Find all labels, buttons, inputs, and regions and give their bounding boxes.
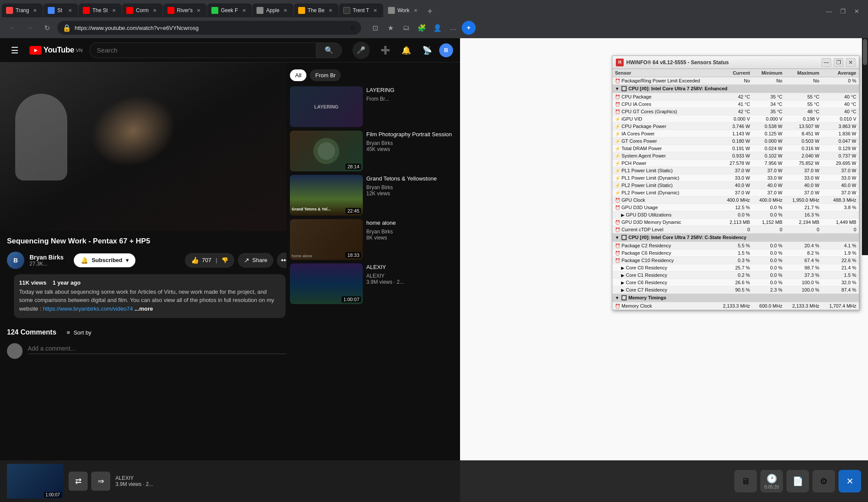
sensor-name: ⏰GPU D3D Memory Dynamic <box>612 219 716 226</box>
hwinfo-close[interactable]: ✕ <box>846 58 855 67</box>
extensions-icon[interactable]: 🧩 <box>415 21 429 35</box>
taskbar-file-button[interactable]: 📄 <box>786 470 809 492</box>
like-count: 707 <box>202 257 211 263</box>
section-header-memory[interactable]: ▼🔲 Memory Timings <box>612 294 859 302</box>
yt-scrollbar[interactable] <box>862 38 868 255</box>
tab-close[interactable]: ✕ <box>195 7 202 14</box>
hwinfo-maximize[interactable]: ❐ <box>834 58 843 67</box>
forward-button[interactable]: → <box>23 21 36 35</box>
taskbar-settings-button[interactable]: ⚙ <box>812 470 835 492</box>
taskbar-prev-button[interactable]: ⇄ <box>69 472 88 491</box>
description-link[interactable]: https://www.bryanbirks.com/video74 <box>43 305 133 312</box>
sensor-name: ⏰CPU GT Cores (Graphics) <box>612 108 716 115</box>
taskbar-display-button[interactable]: 🖥 <box>734 470 757 492</box>
user-avatar[interactable]: B <box>439 43 453 57</box>
taskbar-close-button[interactable]: ✕ <box>838 470 861 492</box>
copilot-button[interactable]: ✦ <box>462 21 476 35</box>
collapse-icon[interactable]: ▼ <box>615 86 619 91</box>
back-button[interactable]: ← <box>5 21 19 35</box>
hwinfo-minimize[interactable]: — <box>822 58 831 67</box>
comment-input[interactable] <box>28 343 286 354</box>
chip-all[interactable]: All <box>290 69 306 81</box>
new-tab-button[interactable]: + <box>424 5 436 17</box>
account-icon[interactable]: 👤 <box>431 21 444 35</box>
yt-main-content: Sequencing New Work - Pentax 67 + HP5 B … <box>0 62 286 367</box>
collections-icon[interactable]: 🗂 <box>399 21 413 35</box>
tab-trang[interactable]: Trang ✕ <box>2 3 43 17</box>
sidebar-video-4[interactable]: home alone 18:33 home alone Bryan Birks … <box>290 219 457 260</box>
tab-rivers[interactable]: River's ✕ <box>163 3 207 17</box>
sidebar-video-3[interactable]: Grand Tetons & Yel... 22:45 Grand Tetons… <box>290 175 457 216</box>
tab-close[interactable]: ✕ <box>327 7 334 14</box>
table-row: ⏰Package/Ring Power Limit Exceeded No No… <box>612 77 859 85</box>
video-player[interactable] <box>0 62 286 231</box>
sensor-name: ⏰Memory Clock <box>612 302 716 310</box>
yt-logo-suffix: VN <box>76 48 82 53</box>
split-screen-icon[interactable]: ⊡ <box>368 21 382 35</box>
tab-the-st[interactable]: The St ✕ <box>79 3 122 17</box>
minimize-button[interactable]: — <box>823 5 835 17</box>
cast-button[interactable]: 📡 <box>418 42 436 59</box>
tab-apple[interactable]: Apple ✕ <box>252 3 293 17</box>
subscribe-button[interactable]: 🔔 Subscribed ▾ <box>74 253 135 267</box>
sidebar-video-1[interactable]: LAYERING LAYERING From Br... <box>290 86 457 127</box>
sv-channel-4: Bryan Birks <box>366 229 457 235</box>
more-actions-button[interactable]: ••• <box>277 253 286 268</box>
create-button[interactable]: ➕ <box>377 42 394 59</box>
tab-close[interactable]: ✕ <box>372 7 379 14</box>
tab-geek[interactable]: Geek F ✕ <box>207 3 252 17</box>
channel-avatar[interactable]: B <box>7 252 24 269</box>
chip-from-br[interactable]: From Br <box>310 69 341 81</box>
scrollbar-thumb[interactable] <box>863 39 867 65</box>
tab-close[interactable]: ✕ <box>151 7 158 14</box>
hwinfo-scroll-area[interactable]: Sensor Current Minimum Maximum Average ⏰… <box>612 69 859 310</box>
hwinfo-table: Sensor Current Minimum Maximum Average ⏰… <box>612 69 859 310</box>
hamburger-menu[interactable]: ☰ <box>7 43 23 58</box>
yt-logo[interactable]: YouTube VN <box>30 46 82 55</box>
reload-button[interactable]: ↻ <box>40 21 54 35</box>
show-more-button[interactable]: ...more <box>135 305 153 312</box>
tab-label: River's <box>177 7 193 13</box>
address-text: https://www.youtube.com/watch?v=e6VYNcwr… <box>75 25 346 31</box>
sidebar-video-5[interactable]: 1:00:07 ALEXIY ALEXIY 3.9M views · 2... <box>290 263 457 304</box>
tab-close[interactable]: ✕ <box>32 7 39 14</box>
like-button[interactable]: 👍 707 | 👎 <box>185 253 234 268</box>
table-row: ⚡PL1 Power Limit (Dynamic)33.0 W33.0 W33… <box>612 174 859 182</box>
taskbar-next-button[interactable]: ⇒ <box>91 472 110 491</box>
sensor-name: ▶Core C7 Residency <box>612 286 716 294</box>
more-tools-icon[interactable]: … <box>446 21 460 35</box>
collapse-icon[interactable]: ▼ <box>615 295 619 300</box>
sort-button[interactable]: ≡ Sort by <box>67 329 92 336</box>
search-input[interactable] <box>89 43 316 58</box>
tab-trent[interactable]: Trent T ✕ <box>339 3 383 17</box>
section-header-enhanced[interactable]: ▼🔲 CPU [#0]: Intel Core Ultra 7 258V: En… <box>612 85 859 93</box>
collapse-icon[interactable]: ▼ <box>615 235 619 240</box>
notifications-button[interactable]: 🔔 <box>398 42 415 59</box>
maximize-button[interactable]: ❐ <box>837 5 849 17</box>
tab-close[interactable]: ✕ <box>282 7 289 14</box>
tab-favicon <box>388 7 395 14</box>
voice-search-button[interactable]: 🎤 <box>352 42 370 59</box>
tab-corm[interactable]: Corm ✕ <box>122 3 162 17</box>
tab-st[interactable]: St ✕ <box>43 3 78 17</box>
sensor-name: ⏰CPU IA Cores <box>612 101 716 108</box>
search-button[interactable]: 🔍 <box>316 43 342 58</box>
address-bar[interactable]: 🔒 https://www.youtube.com/watch?v=e6VYNc… <box>57 21 361 35</box>
channel-name[interactable]: Bryan Birks <box>30 254 69 261</box>
share-button[interactable]: ↗ Share <box>238 253 273 268</box>
taskbar-video-thumbnail[interactable]: 1:00:07 <box>7 464 63 499</box>
tab-the-be[interactable]: The Be ✕ <box>294 3 339 17</box>
tab-close[interactable]: ✕ <box>110 7 117 14</box>
sidebar-video-2[interactable]: 28:14 Film Photography Portrait Session … <box>290 131 457 171</box>
tab-close[interactable]: ✕ <box>67 7 74 14</box>
yt-content: Sequencing New Work - Pentax 67 + HP5 B … <box>0 62 460 502</box>
taskbar-video-info: ALEXIY 3.9M views · 2... <box>115 475 153 487</box>
tab-close[interactable]: ✕ <box>412 7 419 14</box>
close-button[interactable]: ✕ <box>851 5 863 17</box>
tab-close[interactable]: ✕ <box>240 7 247 14</box>
taskbar-clock-button[interactable]: 🕐 0:05:20 <box>760 470 783 492</box>
bookmark-icon[interactable]: ☆ <box>350 24 356 32</box>
favorites-icon[interactable]: ★ <box>384 21 398 35</box>
tab-work[interactable]: Work ✕ <box>384 3 424 17</box>
section-header-cstate[interactable]: ▼🔲 CPU [#0]: Intel Core Ultra 7 258V: C-… <box>612 233 859 242</box>
